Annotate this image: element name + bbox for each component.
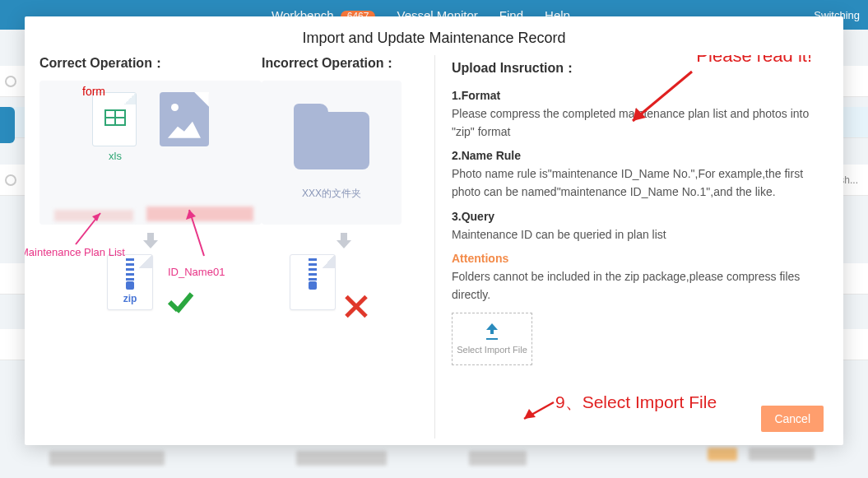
blur-smudge	[749, 448, 815, 461]
bg-active-indicator	[0, 107, 15, 143]
upload-underline-icon	[486, 338, 498, 340]
instr-attentions-heading: Attentions	[452, 252, 829, 265]
blur-smudge	[469, 451, 527, 466]
upload-box-label: Select Import File	[457, 345, 527, 355]
zip-label: zip	[108, 293, 152, 304]
incorrect-source-box: XXX的文件夹	[262, 81, 402, 225]
checkmark-icon	[165, 295, 194, 318]
blur-smudge	[54, 210, 133, 221]
incorrect-zip-result	[262, 254, 426, 319]
correct-sources-box: xls	[39, 81, 262, 225]
xls-label: xls	[92, 150, 138, 162]
correct-operation: Correct Operation： xls	[39, 55, 262, 439]
modal-title: Import and Update Maintenance Record	[25, 16, 843, 55]
instructions-column: Upload Insruction： 1.Format Please compr…	[434, 55, 837, 439]
blur-smudge	[146, 207, 253, 221]
operations-column: Correct Operation： xls	[39, 55, 434, 439]
correct-heading: Correct Operation：	[39, 55, 262, 72]
image-file-icon	[160, 92, 209, 146]
arrow-down-icon	[143, 233, 158, 249]
instr-format-heading: 1.Format	[452, 89, 829, 102]
zip-file-icon	[290, 254, 336, 310]
folder-label: XXX的文件夹	[262, 187, 402, 201]
select-import-file-button[interactable]: Select Import File	[452, 313, 532, 365]
instr-attentions-text: Folders cannot be included in the zip pa…	[452, 268, 829, 304]
cancel-button[interactable]: Cancel	[761, 406, 824, 432]
instr-query-text: Maintenance ID can be queried in plan li…	[452, 226, 829, 244]
anno-please-read: Please read it!	[696, 55, 812, 67]
modal-body: Correct Operation： xls	[25, 55, 843, 445]
svg-line-6	[524, 402, 554, 419]
anno-select-import: 9、Select Import File	[555, 391, 717, 414]
instr-query-heading: 3.Query	[452, 210, 829, 223]
correct-zip-result: zip	[39, 254, 262, 318]
xls-file-icon: xls	[92, 92, 138, 162]
svg-marker-7	[524, 409, 536, 419]
arrow-down-icon	[337, 233, 351, 249]
blur-smudge	[708, 448, 737, 461]
arrow-select-icon	[518, 397, 559, 425]
instr-name-text: Photo name rule is"maintenance ID_Name N…	[452, 165, 829, 201]
instr-format-text: Please compress the completed maintenanc…	[452, 105, 829, 141]
blur-smudge	[296, 451, 387, 466]
zip-file-icon: zip	[107, 254, 153, 310]
instr-name-heading: 2.Name Rule	[452, 149, 829, 162]
upload-arrow-icon	[486, 323, 498, 336]
incorrect-operation: Incorrect Operation： XXX的文件夹	[262, 55, 426, 439]
folder-icon	[294, 112, 369, 169]
cross-icon	[344, 295, 369, 319]
incorrect-heading: Incorrect Operation：	[262, 55, 426, 72]
blur-smudge	[49, 451, 165, 466]
import-modal: Import and Update Maintenance Record Cor…	[25, 16, 843, 445]
